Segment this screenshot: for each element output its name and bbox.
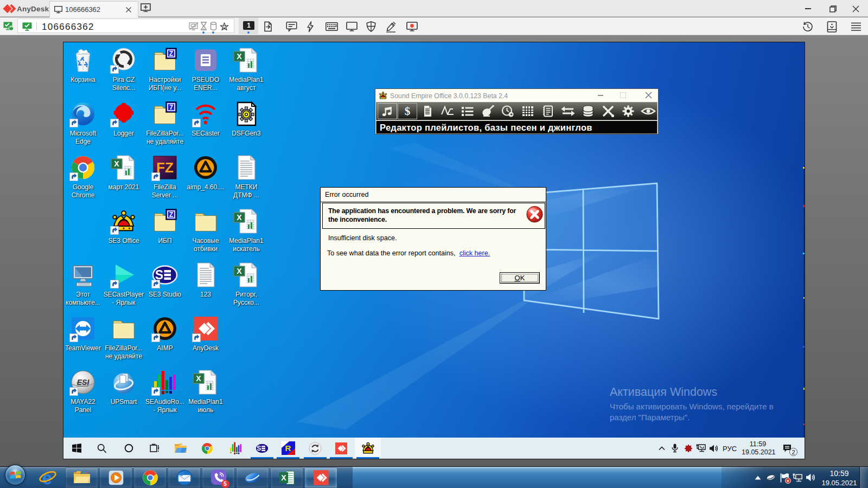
svg-text:$: $ bbox=[405, 105, 411, 118]
svg-text:X: X bbox=[196, 374, 201, 383]
svg-text:X: X bbox=[237, 52, 242, 61]
svg-text:ESI: ESI bbox=[77, 378, 90, 387]
svg-text:X: X bbox=[114, 159, 119, 168]
svg-text:Z: Z bbox=[169, 211, 173, 219]
svg-text:X: X bbox=[237, 267, 242, 275]
svg-text:X: X bbox=[237, 213, 242, 222]
svg-text:7: 7 bbox=[169, 104, 173, 111]
svg-text:X: X bbox=[281, 473, 286, 482]
svg-text:Z: Z bbox=[169, 50, 173, 57]
